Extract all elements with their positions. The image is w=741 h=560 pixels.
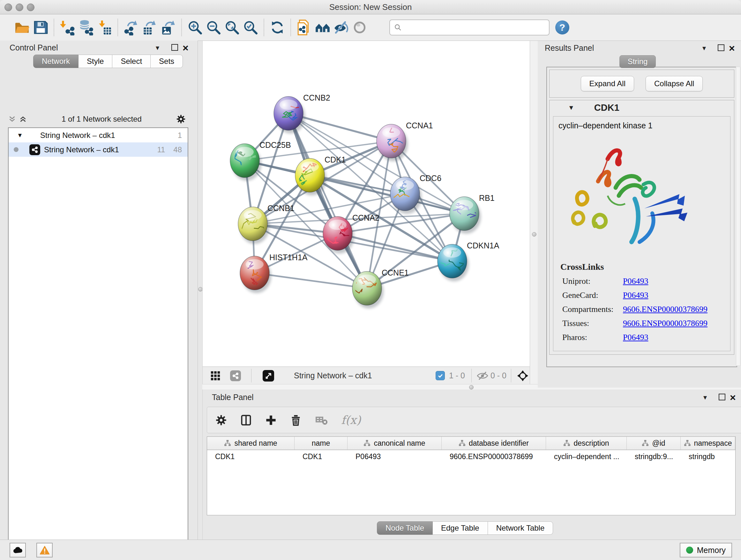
crosslink-link[interactable]: 9606.ENSP00000378699 — [623, 319, 708, 328]
table-cell[interactable]: P06493 — [347, 450, 442, 463]
warning-icon[interactable] — [37, 543, 53, 557]
node-CCNB1[interactable]: CCNB1 — [238, 204, 294, 244]
column-header-namespace[interactable]: namespace — [681, 437, 735, 449]
table-cell[interactable]: CDK1 — [294, 450, 347, 463]
zoom-selected-icon[interactable] — [241, 18, 260, 37]
table-cell[interactable]: stringdb — [681, 450, 735, 463]
crosslink-row: Uniprot:P06493 — [562, 276, 730, 286]
table-panel-menu-icon[interactable]: ▾ — [703, 394, 707, 401]
show-all-icon[interactable] — [350, 18, 369, 37]
right-splitter[interactable] — [530, 41, 538, 388]
column-header-canonical-name[interactable]: canonical name — [347, 437, 442, 449]
protein-collapse-icon[interactable]: ▼ — [568, 104, 575, 111]
network-row[interactable]: String Network – cdk1 11 48 — [9, 142, 188, 157]
table-cell[interactable]: CDK1 — [207, 450, 294, 463]
column-header-name[interactable]: name — [294, 437, 347, 449]
column-header-shared-name[interactable]: shared name — [207, 437, 294, 449]
control-panel-tabs: NetworkStyleSelectSets — [33, 55, 183, 68]
function-builder-icon[interactable]: f(x) — [341, 414, 361, 427]
tab-style[interactable]: Style — [78, 55, 112, 68]
control-panel: Control Panel ▾ × NetworkStyleSelectSets… — [0, 41, 198, 540]
open-session-icon[interactable] — [13, 18, 31, 37]
first-neighbors-icon[interactable] — [313, 18, 332, 37]
selected-checkbox[interactable] — [435, 367, 445, 384]
node-RB1[interactable]: RB1 — [450, 193, 495, 234]
collection-expand-icon[interactable]: ▼ — [17, 132, 23, 139]
tab-string[interactable]: String — [619, 55, 656, 68]
crosslink-link[interactable]: P06493 — [623, 291, 648, 300]
network-canvas[interactable]: CCNB2CCNA1CDC25BCDK1CDC6RB1CCNB1CCNA2CDK… — [202, 41, 530, 367]
table-cell[interactable]: 9606.ENSP00000378699 — [442, 450, 546, 463]
redraw-graph-icon[interactable] — [268, 18, 286, 37]
node-HIST1H1A[interactable]: HIST1H1A — [240, 253, 308, 293]
crosslink-link[interactable]: P06493 — [623, 333, 648, 342]
show-columns-icon[interactable] — [240, 415, 252, 426]
fit-selected-crosshair-icon[interactable] — [517, 367, 529, 384]
table-row[interactable]: CDK1CDK1P064939606.ENSP00000378699cyclin… — [207, 450, 735, 463]
export-network-icon[interactable] — [122, 18, 140, 37]
column-header--id[interactable]: @id — [627, 437, 681, 449]
node-table: shared namenamecanonical namedatabase id… — [207, 436, 736, 515]
export-table-icon[interactable] — [140, 18, 159, 37]
tab-network[interactable]: Network — [33, 55, 78, 68]
new-network-from-selection-icon[interactable] — [295, 18, 313, 37]
import-table-from-file-icon[interactable] — [95, 18, 114, 37]
delete-table-icon[interactable] — [315, 415, 328, 426]
control-panel-float-icon[interactable] — [172, 44, 178, 51]
table-cell[interactable]: stringdb:9... — [627, 450, 681, 463]
control-panel-close-icon[interactable]: × — [183, 44, 189, 52]
zoom-out-icon[interactable] — [204, 18, 223, 37]
table-cell[interactable]: cyclin–dependent ... — [546, 450, 627, 463]
results-panel-float-icon[interactable] — [718, 44, 724, 51]
collapse-all-button[interactable]: Collapse All — [646, 76, 703, 91]
node-CCNB2[interactable]: CCNB2 — [274, 93, 330, 133]
main-toolbar: ? — [0, 14, 741, 41]
left-splitter[interactable] — [198, 41, 202, 540]
hide-selected-icon[interactable] — [332, 18, 350, 37]
crosslink-link[interactable]: 9606.ENSP00000378699 — [623, 305, 708, 314]
results-scrollbar[interactable] — [736, 67, 740, 366]
node-CDC25B[interactable]: CDC25B — [230, 140, 291, 181]
import-network-from-database-icon[interactable] — [77, 18, 95, 37]
expand-all-button[interactable]: Expand All — [581, 76, 634, 91]
collapse-all-icon[interactable] — [8, 115, 16, 123]
column-header-database-identifier[interactable]: database identifier — [442, 437, 546, 449]
edge-HIST1H1A-CCNE1[interactable] — [255, 273, 367, 288]
network-collection-row[interactable]: ▼ String Network – cdk1 1 — [9, 128, 188, 142]
column-header-description[interactable]: description — [546, 437, 627, 449]
tab-select[interactable]: Select — [112, 55, 151, 68]
network-type-badge-icon[interactable] — [230, 367, 241, 384]
zoom-fit-content-icon[interactable] — [223, 18, 241, 37]
search-input[interactable] — [405, 23, 549, 32]
export-image-icon[interactable] — [159, 18, 178, 37]
node-CDK1[interactable]: CDK1 — [295, 155, 346, 195]
node-CCNE1[interactable]: CCNE1 — [342, 268, 409, 308]
control-panel-menu-icon[interactable]: ▾ — [156, 44, 159, 51]
cloud-icon[interactable] — [10, 543, 26, 557]
create-column-icon[interactable] — [265, 415, 277, 426]
table-panel-close-icon[interactable]: × — [730, 394, 736, 402]
tab-sets[interactable]: Sets — [151, 55, 183, 68]
results-panel-menu-icon[interactable]: ▾ — [702, 45, 706, 52]
import-network-from-file-icon[interactable] — [58, 18, 77, 37]
table-options-gear-icon[interactable] — [215, 415, 227, 426]
results-panel-close-icon[interactable]: × — [729, 44, 735, 53]
node-CDC6[interactable]: CDC6 — [380, 174, 441, 214]
save-session-icon[interactable] — [31, 18, 50, 37]
tab-network-table[interactable]: Network Table — [488, 521, 553, 535]
zoom-in-icon[interactable] — [186, 18, 204, 37]
memory-button[interactable]: Memory — [680, 543, 732, 557]
tab-edge-table[interactable]: Edge Table — [433, 521, 488, 535]
delete-column-icon[interactable] — [290, 415, 301, 426]
tab-node-table[interactable]: Node Table — [377, 521, 433, 535]
expand-all-icon[interactable] — [19, 115, 27, 123]
edge-CCNB2-CCNE1[interactable] — [288, 113, 367, 288]
birds-eye-view-icon[interactable] — [263, 367, 274, 384]
crosslink-link[interactable]: P06493 — [623, 276, 648, 286]
node-label-CCNB1: CCNB1 — [267, 204, 294, 212]
table-panel-float-icon[interactable] — [719, 394, 725, 400]
node-label-CCNA1: CCNA1 — [406, 121, 433, 130]
help-icon[interactable]: ? — [555, 20, 569, 35]
show-grid-icon[interactable] — [210, 367, 220, 384]
network-options-gear-icon[interactable] — [176, 114, 186, 124]
